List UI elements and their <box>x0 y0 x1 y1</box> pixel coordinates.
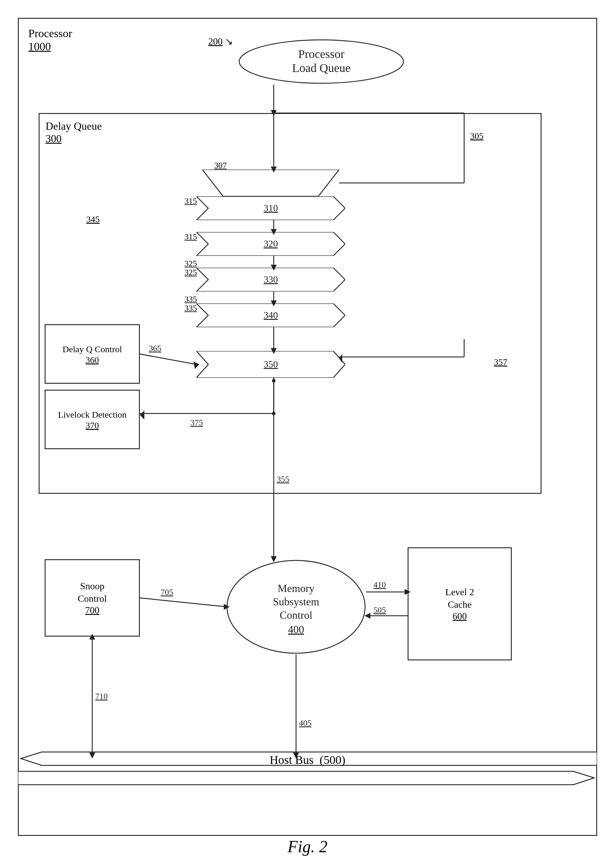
ref-325: 325 <box>184 268 197 277</box>
stage-320: 320 <box>197 232 345 256</box>
svg-text:Memory: Memory <box>278 583 314 594</box>
delay-q-control-box: Delay Q Control 360 <box>45 324 140 384</box>
svg-text:310: 310 <box>264 203 278 213</box>
plq-ellipse: Processor Load Queue <box>238 39 405 85</box>
ref-357: 357 <box>494 357 507 367</box>
ref-335-label: 335 <box>184 295 197 304</box>
ref-345: 345 <box>86 214 100 224</box>
svg-text:Control: Control <box>280 609 312 621</box>
livelock-box: Livelock Detection 370 <box>45 390 140 449</box>
ref-335: 335 <box>184 304 197 313</box>
delay-q-control-number: 360 <box>86 355 99 365</box>
entry-funnel <box>202 170 339 196</box>
processor-number: 1000 <box>28 40 72 53</box>
level2-cache-box: Level 2Cache 600 <box>407 547 512 661</box>
msc-ellipse-container: Memory Subsystem Control 400 <box>226 559 366 655</box>
delay-queue-text: Delay Queue <box>45 120 102 132</box>
ref-325-label: 325 <box>184 259 197 268</box>
processor-text: Processor <box>28 27 72 40</box>
svg-text:320: 320 <box>264 238 278 249</box>
svg-marker-20 <box>18 771 594 785</box>
svg-text:330: 330 <box>264 274 278 285</box>
svg-text:Load Queue: Load Queue <box>292 61 351 75</box>
svg-text:Processor: Processor <box>298 47 345 61</box>
svg-text:400: 400 <box>288 623 304 635</box>
level2-cache-text: Level 2Cache <box>445 586 474 611</box>
ref-315-label: 315 <box>184 196 197 206</box>
stage-340: 340 <box>197 304 345 327</box>
svg-marker-3 <box>202 170 339 196</box>
delay-queue-number: 300 <box>45 132 102 145</box>
svg-text:340: 340 <box>264 310 278 320</box>
delay-queue-label: Delay Queue 300 <box>45 120 102 145</box>
host-bus-label: Host Bus (500) <box>270 753 345 767</box>
livelock-text: Livelock Detection <box>58 409 127 420</box>
snoop-control-text: SnoopControl <box>78 580 107 605</box>
ref-305: 305 <box>470 131 484 141</box>
svg-text:350: 350 <box>264 359 278 369</box>
fig-label: Fig. 2 <box>288 837 328 856</box>
snoop-control-box: SnoopControl 700 <box>45 559 140 637</box>
ref-315: 315 <box>184 232 197 242</box>
delay-q-control-text: Delay Q Control <box>62 343 122 355</box>
stage-330: 330 <box>197 268 345 291</box>
processor-label: Processor 1000 <box>28 27 72 53</box>
plq-ref-200: 200 ↘ <box>208 36 233 47</box>
livelock-number: 370 <box>86 420 99 430</box>
stage-310: 310 <box>197 196 345 220</box>
snoop-control-number: 700 <box>85 605 99 616</box>
ref-307: 307 <box>214 161 227 170</box>
svg-text:Subsystem: Subsystem <box>273 596 319 608</box>
level2-cache-number: 600 <box>453 611 467 622</box>
stage-350: 350 <box>197 351 345 378</box>
